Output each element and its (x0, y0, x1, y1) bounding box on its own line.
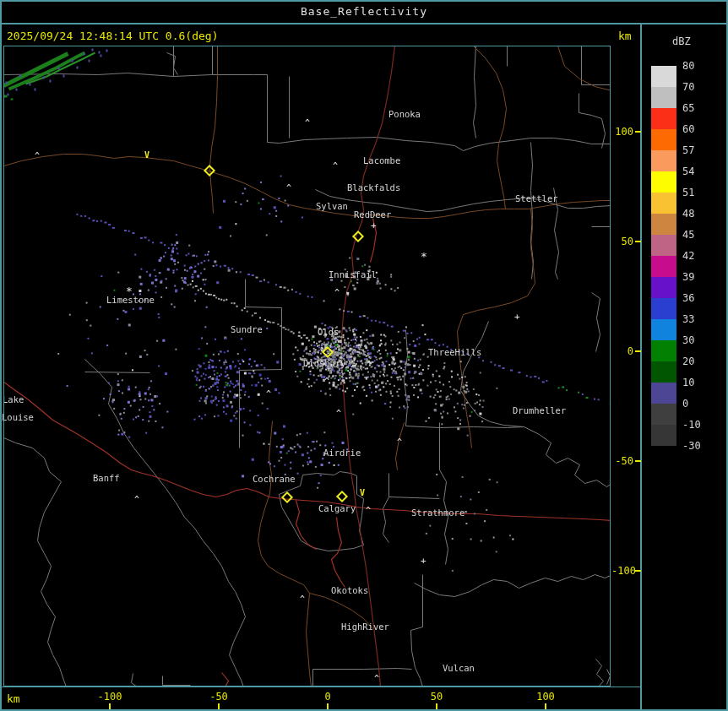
colorbar-tick-label: 36 (682, 293, 720, 304)
city-label-threehills: ThreeHills (428, 347, 481, 357)
colorbar-swatch (651, 171, 676, 193)
bottom-axis-tick (327, 703, 329, 709)
city-label-lake: Lake (3, 394, 24, 404)
bottom-axis-tick (218, 703, 220, 709)
bottom-axis-tick-label: 0 (309, 691, 346, 703)
summit-caret-icon: ^ (397, 439, 402, 446)
colorbar-swatch (651, 404, 676, 425)
colorbar-tick-label: 70 (682, 82, 720, 93)
city-label-reddeer: RedDeer (354, 209, 391, 220)
vee-marker-icon: V (360, 489, 365, 497)
summit-caret-icon: ^ (300, 596, 305, 603)
status-bar: 2025/09/24 12:48:14 UTC 0.6(deg) km (0, 24, 728, 46)
city-label-cochrane: Cochrane (253, 474, 296, 484)
right-axis-tick-label: 0 (611, 345, 633, 357)
right-axis-tick (635, 570, 641, 572)
colorbar-tick-label: 33 (682, 314, 720, 325)
colorbar-tick-label: 42 (682, 251, 720, 262)
city-label-blackfalds: Blackfalds (347, 182, 400, 193)
city-label-okotoks: Okotoks (331, 585, 368, 595)
city-label-ponoka: Ponoka (388, 109, 421, 119)
colorbar-tick-label: 51 (682, 187, 720, 198)
colorbar-swatch (651, 66, 676, 87)
colorbar-swatch (651, 319, 676, 340)
bottom-axis-tick-label: 50 (418, 691, 455, 703)
bottom-axis-tick-label: -100 (91, 691, 128, 703)
summit-caret-icon: ^ (286, 185, 291, 192)
colorbar-tick-label: 39 (682, 272, 720, 283)
radar-app-window: Base_Reflectivity 2025/09/24 12:48:14 UT… (0, 0, 728, 711)
bottom-axis-tick-label: -50 (200, 691, 237, 703)
city-label-sylvan: Sylvan (316, 201, 348, 211)
colorbar-swatch (651, 129, 676, 150)
colorbar-swatch (651, 361, 676, 383)
colorbar-swatch (651, 150, 676, 171)
city-label-sundre: Sundre (231, 324, 263, 334)
asterisk-marker-icon: * (126, 287, 133, 296)
bottom-axis-tick-label: 100 (527, 691, 564, 703)
right-axis-tick (635, 241, 641, 242)
colorbar-tick-label: 65 (682, 103, 720, 114)
colorbar-tick-label: 0 (682, 399, 720, 410)
colorbar-swatch (651, 87, 676, 108)
asterisk-marker-icon: * (421, 252, 427, 261)
bottom-axis-tick (436, 703, 437, 709)
bottom-axis-separator (0, 687, 642, 687)
colorbar-swatch (651, 108, 676, 129)
right-axis-tick (635, 350, 641, 352)
city-label-lacombe: Lacombe (363, 155, 400, 166)
title-bar: Base_Reflectivity (0, 0, 728, 24)
city-label-calgary: Calgary (318, 503, 356, 513)
plus-marker-icon: + (421, 557, 426, 565)
city-label-didsbury: Didsbury (303, 358, 346, 368)
summit-caret-icon: ^ (134, 497, 139, 503)
right-axis-tick-label: 50 (611, 236, 633, 247)
colorbar-swatch (651, 340, 676, 361)
colorbar-swatch (651, 277, 676, 298)
colorbar-tick-label: 20 (682, 356, 720, 367)
city-label-airdrie: Airdrie (323, 448, 361, 458)
colorbar-swatch (651, 256, 676, 277)
summit-caret-icon: ^ (334, 290, 340, 296)
colorbar-swatch (651, 383, 676, 404)
right-axis-unit-label: km (618, 30, 632, 42)
summit-caret-icon: ^ (324, 378, 329, 385)
colorbar-swatch (651, 235, 676, 256)
colorbar-tick-label: 54 (682, 166, 720, 177)
summit-caret-icon: ^ (366, 507, 371, 514)
plus-marker-icon: + (371, 222, 377, 230)
right-axis-tick (635, 460, 641, 462)
bottom-axis-tick (109, 703, 111, 709)
city-label-innisfail: Innisfail (329, 269, 377, 280)
colorbar-swatch (651, 298, 676, 319)
city-label-highriver: HighRiver (341, 621, 389, 632)
colorbar-tick-label: 57 (682, 145, 720, 156)
page-title: Base_Reflectivity (301, 5, 427, 18)
bottom-axis-tick (545, 703, 546, 709)
timestamp-elevation-label: 2025/09/24 12:48:14 UTC 0.6(deg) (7, 30, 218, 42)
colorbar-tick-label: -30 (682, 441, 720, 452)
city-label-drumheller: Drumheller (513, 405, 566, 415)
colorbar-swatch (651, 193, 676, 214)
summit-caret-icon: ^ (374, 676, 379, 682)
city-label-olds: Olds (318, 327, 339, 337)
colorbar-tick-label: 60 (682, 124, 720, 135)
colorbar-tick-label: 45 (682, 230, 720, 241)
colorbar-tick-label: 10 (682, 377, 720, 388)
right-axis-tick-label: -100 (611, 565, 633, 577)
city-label-strathmore: Strathmore (411, 507, 465, 518)
vee-marker-icon: V (144, 151, 149, 159)
colorbar-swatch (651, 425, 676, 446)
colorbar-swatch (651, 214, 676, 235)
city-label-louise: Louise (2, 412, 34, 422)
city-label-banff: Banff (93, 473, 120, 483)
right-axis-tick-label: -50 (611, 455, 633, 467)
city-label-vulcan: Vulcan (443, 663, 475, 673)
colorbar-tick-label: -10 (682, 420, 720, 431)
colorbar-tick-label: 80 (682, 61, 720, 72)
summit-caret-icon: ^ (305, 120, 310, 127)
right-axis-tick-label: 100 (611, 126, 633, 138)
colorbar-tick-label: 30 (682, 335, 720, 346)
summit-caret-icon: ^ (35, 153, 40, 160)
bottom-axis-unit-label: km (7, 692, 20, 705)
